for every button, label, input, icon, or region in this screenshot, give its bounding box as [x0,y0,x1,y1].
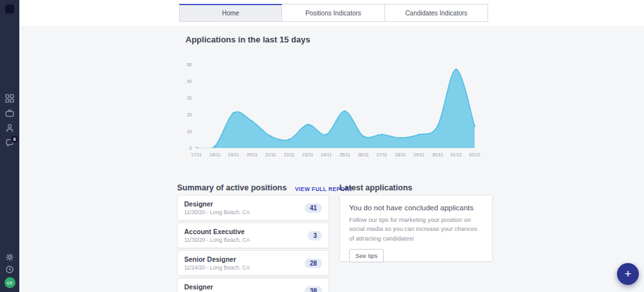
empty-state-title: You do not have concluded applicants [349,204,483,212]
position-title: Senior Designer [184,255,250,263]
svg-text:0: 0 [189,146,192,151]
chart-title: Applications in the last 15 days [185,35,310,44]
position-row[interactable]: Designer 11/30/20 - Long Beach, CA 41 [177,195,329,221]
svg-text:22/11: 22/11 [284,152,295,157]
position-meta: 11/30/20 - Long Beach, CA [184,209,250,215]
svg-text:23/11: 23/11 [302,152,313,157]
sidebar-nav: 6 [0,94,19,147]
svg-text:40: 40 [187,79,192,84]
svg-text:29/11: 29/11 [413,152,424,157]
briefcase-icon[interactable] [5,109,14,118]
latest-applications-heading: Latest applications [339,183,412,192]
position-row[interactable]: Senior Designer 11/24/20 - Long Beach, C… [177,250,329,276]
see-tips-button[interactable]: See tips [349,249,384,262]
svg-text:01/12: 01/12 [450,152,462,157]
svg-text:21/11: 21/11 [265,152,276,157]
settings-gear-icon[interactable] [5,253,14,262]
summary-heading: Summary of active positions [177,183,287,192]
position-row[interactable]: Account Executive 11/30/20 - Long Beach,… [177,223,329,248]
user-avatar[interactable]: CZ [5,277,15,288]
svg-text:30/11: 30/11 [432,152,443,157]
position-meta: 11/30/20 - Long Beach, CA [184,237,250,243]
dashboard-page: 6 CZ Home Positions Indicators Candidate… [0,0,644,292]
history-clock-icon[interactable] [5,265,14,274]
svg-text:17/11: 17/11 [191,152,202,157]
app-logo [5,5,14,14]
tab-candidates-indicators[interactable]: Candidates Indicators [385,4,488,22]
position-title: Designer [184,200,250,208]
candidates-person-icon[interactable] [5,123,14,132]
sidebar-bottom-nav: CZ [0,253,19,288]
position-title: Designer [184,283,234,291]
main-content: Applications in the last 15 days 0102030… [19,26,644,292]
svg-text:10: 10 [187,129,192,134]
sidebar: 6 CZ [0,0,19,292]
tab-bar: Home Positions Indicators Candidates Ind… [179,4,488,22]
svg-text:20: 20 [187,113,192,117]
position-list: Designer 11/30/20 - Long Beach, CA 41 Ac… [177,195,329,292]
empty-state-body: Follow our tips for marketing your posit… [349,215,483,243]
applicant-count-badge: 3 [308,231,322,241]
svg-text:28/11: 28/11 [395,152,406,157]
svg-text:02/12: 02/12 [469,152,480,157]
tab-home[interactable]: Home [179,4,282,22]
position-row[interactable]: Designer 11/24/20 - Plano, TX 38 [177,278,329,292]
svg-text:18/11: 18/11 [209,152,220,157]
svg-text:50: 50 [187,62,192,67]
svg-text:19/11: 19/11 [228,152,239,157]
applicant-count-badge: 41 [305,203,322,213]
svg-text:26/11: 26/11 [358,152,369,157]
add-fab-button[interactable]: + [617,263,639,285]
top-bar: Home Positions Indicators Candidates Ind… [19,0,644,26]
svg-text:25/11: 25/11 [339,152,350,157]
latest-applications-card: You do not have concluded applicants Fol… [339,195,493,262]
applicant-count-badge: 38 [305,286,322,292]
dashboard-grid-icon[interactable] [5,94,14,103]
applications-area-chart: 0102030405017/1118/1119/1120/1121/1122/1… [177,58,486,160]
svg-text:30: 30 [187,96,192,100]
position-meta: 11/24/20 - Long Beach, CA [184,264,250,271]
svg-text:20/11: 20/11 [247,152,258,157]
svg-text:24/11: 24/11 [321,152,332,157]
position-title: Account Executive [184,228,250,235]
svg-text:27/11: 27/11 [377,152,388,157]
notification-badge: 6 [11,136,18,143]
tab-positions-indicators[interactable]: Positions Indicators [282,4,385,22]
applicant-count-badge: 28 [305,259,322,268]
messages-chat-icon[interactable]: 6 [5,138,14,147]
